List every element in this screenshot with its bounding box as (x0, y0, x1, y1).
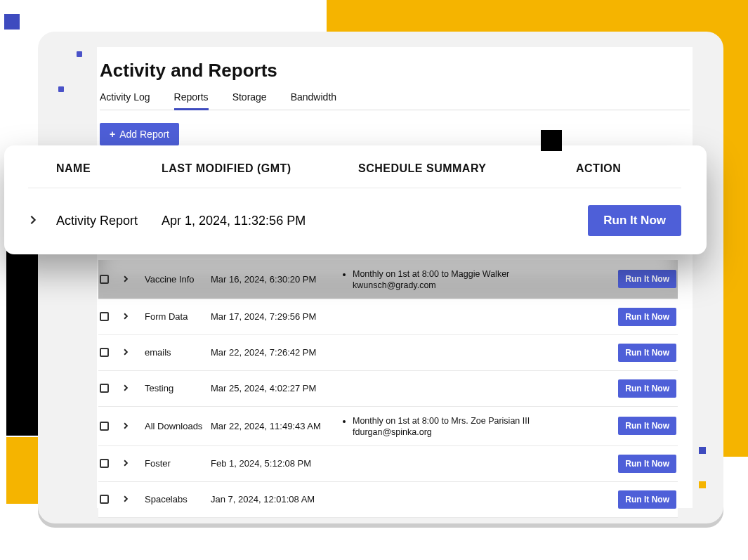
highlighted-row-card: NAME LAST MODIFIED (GMT) SCHEDULE SUMMAR… (4, 145, 707, 254)
table-row: TestingMar 25, 2024, 4:02:27 PMRun It No… (98, 371, 678, 407)
camera-dot (77, 51, 82, 57)
expand-toggle[interactable] (122, 383, 142, 393)
decor-blue-dot (699, 447, 706, 454)
report-schedule: Monthly on 1st at 8:00 to Maggie Walkerk… (340, 268, 610, 290)
decor-yellow-dot (699, 481, 706, 488)
report-modified: Mar 17, 2024, 7:29:56 PM (211, 311, 337, 322)
table-row: Vaccine InfoMar 16, 2024, 6:30:20 PMMont… (98, 260, 678, 299)
report-name: Foster (145, 458, 208, 469)
row-checkbox[interactable] (100, 422, 109, 431)
page-title: Activity and Reports (100, 60, 690, 82)
tab-bandwidth[interactable]: Bandwidth (291, 87, 336, 110)
report-modified: Mar 22, 2024, 11:49:43 AM (211, 421, 337, 431)
camera-dot (58, 86, 64, 92)
chevron-right-icon (122, 384, 129, 391)
report-schedule: Monthly on 1st at 8:00 to Mrs. Zoe Paris… (340, 415, 610, 437)
expand-toggle[interactable] (122, 458, 142, 469)
chevron-right-icon (122, 422, 129, 429)
chevron-right-icon (28, 215, 38, 225)
expand-toggle[interactable] (122, 494, 142, 504)
table-row: SpacelabsJan 7, 2024, 12:01:08 AMRun It … (98, 482, 678, 518)
decor-black-bar (6, 232, 39, 436)
run-it-now-button[interactable]: Run It Now (618, 344, 676, 362)
expand-toggle[interactable] (122, 347, 142, 358)
tab-activity-log[interactable]: Activity Log (100, 87, 150, 110)
decor-black-square (541, 130, 562, 151)
add-report-button[interactable]: + Add Report (100, 123, 179, 145)
report-name: emails (145, 347, 208, 358)
report-name: Vaccine Info (145, 274, 208, 285)
col-schedule: SCHEDULE SUMMARY (358, 162, 576, 175)
tab-reports[interactable]: Reports (174, 87, 209, 110)
chevron-right-icon (122, 275, 129, 282)
expand-toggle[interactable] (122, 421, 142, 431)
table-row: Form DataMar 17, 2024, 7:29:56 PMRun It … (98, 299, 678, 335)
col-modified: LAST MODIFIED (GMT) (162, 162, 358, 175)
table-header: NAME LAST MODIFIED (GMT) SCHEDULE SUMMAR… (28, 162, 681, 188)
report-name: Spacelabs (145, 494, 208, 504)
report-modified: Mar 25, 2024, 4:02:27 PM (211, 383, 337, 393)
row-checkbox[interactable] (100, 275, 109, 284)
run-it-now-button[interactable]: Run It Now (618, 417, 676, 435)
decor-blue-square (4, 14, 20, 30)
report-modified: Mar 16, 2024, 6:30:20 PM (211, 274, 337, 285)
expand-toggle[interactable] (28, 214, 56, 228)
plus-icon: + (110, 129, 115, 140)
report-modified: Feb 1, 2024, 5:12:08 PM (211, 458, 337, 469)
row-checkbox[interactable] (100, 312, 109, 321)
row-checkbox[interactable] (100, 495, 109, 504)
table-row: emailsMar 22, 2024, 7:26:42 PMRun It Now (98, 335, 678, 371)
row-checkbox[interactable] (100, 348, 109, 357)
chevron-right-icon (122, 495, 129, 502)
report-name: Form Data (145, 311, 208, 322)
add-report-label: Add Report (119, 129, 169, 140)
run-it-now-button[interactable]: Run It Now (618, 308, 676, 326)
report-name: All Downloads (145, 421, 208, 431)
expand-toggle[interactable] (122, 311, 142, 322)
run-it-now-button[interactable]: Run It Now (618, 270, 676, 288)
chevron-right-icon (122, 349, 129, 356)
tab-storage[interactable]: Storage (232, 87, 267, 110)
run-it-now-button[interactable]: Run It Now (618, 379, 676, 398)
report-name: Testing (145, 383, 208, 393)
tabs: Activity LogReportsStorageBandwidth (100, 87, 690, 110)
report-modified: Apr 1, 2024, 11:32:56 PM (162, 214, 358, 228)
report-modified: Mar 22, 2024, 7:26:42 PM (211, 347, 337, 358)
col-action: ACTION (576, 162, 681, 175)
run-it-now-button[interactable]: Run It Now (588, 205, 681, 236)
table-row: All DownloadsMar 22, 2024, 11:49:43 AMMo… (98, 407, 678, 446)
row-checkbox[interactable] (100, 459, 109, 468)
run-it-now-button[interactable]: Run It Now (618, 455, 676, 473)
chevron-right-icon (122, 460, 129, 467)
run-it-now-button[interactable]: Run It Now (618, 490, 676, 509)
report-modified: Jan 7, 2024, 12:01:08 AM (211, 494, 337, 504)
table-row: FosterFeb 1, 2024, 5:12:08 PMRun It Now (98, 446, 678, 482)
chevron-right-icon (122, 313, 129, 320)
report-name: Activity Report (56, 213, 162, 229)
expand-toggle[interactable] (122, 274, 142, 285)
row-checkbox[interactable] (100, 384, 109, 393)
reports-table: Vaccine InfoMar 16, 2024, 6:30:20 PMMont… (98, 260, 678, 518)
col-name: NAME (56, 162, 162, 175)
